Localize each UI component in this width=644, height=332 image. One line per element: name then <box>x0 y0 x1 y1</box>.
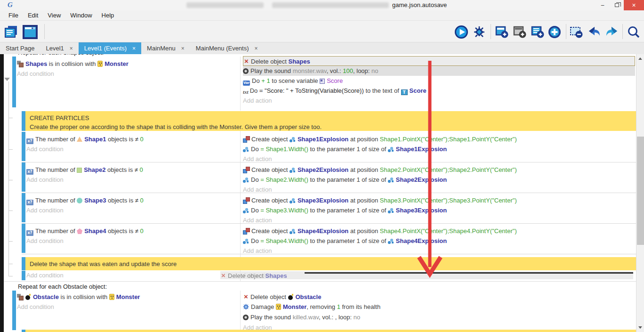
comment-partial-bottom[interactable] <box>22 330 636 332</box>
particle-icon <box>290 229 296 234</box>
text-run: Shapes <box>289 58 310 65</box>
event-selection-bar <box>22 271 25 280</box>
add-condition-link[interactable]: Add condition <box>17 69 238 79</box>
menu-edit[interactable]: Edit <box>23 12 43 19</box>
action-row[interactable]: Do = Shape4.Width() to the parameter 1 o… <box>243 236 635 246</box>
text-run: = "Score: " + ToString(Variable(Score)) <box>259 87 364 94</box>
add-subevent-button[interactable] <box>512 24 527 40</box>
tab-mainmenu-events[interactable]: MainMenu (Events)× <box>190 42 264 54</box>
scene-editor-button[interactable] <box>23 24 38 40</box>
column-divider <box>240 291 241 330</box>
text-run: Shape2.PointX("Center");Shape2.PointY("C… <box>380 166 517 173</box>
collapse-arrow-icon[interactable] <box>4 78 10 81</box>
add-condition-link[interactable]: Add condition <box>17 302 238 312</box>
comment-delete-shape[interactable]: Delete the shape that was eaten and upda… <box>22 257 636 270</box>
text-run: , vol.: <box>319 314 335 321</box>
add-other-button[interactable] <box>547 24 562 40</box>
action-row[interactable]: Delete object Obstacle <box>243 292 635 302</box>
close-icon[interactable]: × <box>70 45 73 52</box>
text-run: 0 <box>140 136 144 143</box>
shape3-icon <box>77 198 82 203</box>
add-comment-button[interactable] <box>530 24 545 40</box>
add-condition-link[interactable]: Add condition <box>26 236 238 246</box>
action-row[interactable]: Play the sound monster.wav, vol.: 100, l… <box>243 66 635 76</box>
debug-button[interactable] <box>472 24 487 40</box>
undo-button[interactable] <box>587 24 602 40</box>
tab-mainmenu[interactable]: MainMenu× <box>141 42 190 54</box>
tab-start-page[interactable]: Start Page <box>0 42 40 54</box>
text-run: Delete object <box>251 58 289 65</box>
count-icon <box>26 230 33 236</box>
condition-row[interactable]: Obstacle is in collision with Monster <box>17 292 238 302</box>
scrollbar-thumb[interactable] <box>637 137 644 245</box>
action-row[interactable]: Do = Shape1.Width() to the parameter 1 o… <box>243 144 635 154</box>
close-button[interactable]: × <box>624 0 644 10</box>
scroll-down-icon[interactable] <box>638 326 642 329</box>
vertical-scrollbar[interactable] <box>636 54 644 332</box>
action-row[interactable]: Do = "Score: " + ToString(Variable(Score… <box>243 86 635 96</box>
text-run: Shape3.PointX("Center");Shape3.PointY("C… <box>380 197 517 204</box>
condition-row[interactable]: The number of Shape2 objects is ≠ 0 <box>26 165 238 175</box>
action-row[interactable]: Create object Shape3Explosion at positio… <box>243 195 635 205</box>
action-row[interactable]: Damage Monster, removing 1 from its heal… <box>243 302 635 312</box>
menu-file[interactable]: File <box>4 12 23 19</box>
minimize-button[interactable]: – <box>596 0 610 10</box>
menu-window[interactable]: Window <box>65 12 97 19</box>
comment-title: CREATE PARTICLES <box>30 113 636 122</box>
condition-row[interactable]: The number of Shape1 objects is ≠ 0 <box>26 134 238 144</box>
scroll-up-icon[interactable] <box>638 57 642 60</box>
text-run: = Shape3.Width() <box>260 207 308 214</box>
close-icon[interactable]: × <box>181 45 185 52</box>
add-condition-link[interactable]: Add condition <box>26 205 238 215</box>
comment-create-particles[interactable]: CREATE PARTICLES Create the proper one a… <box>22 111 636 131</box>
close-icon[interactable]: × <box>255 45 258 52</box>
drop-indicator <box>305 272 633 274</box>
restore-button[interactable] <box>610 0 624 10</box>
action-row[interactable]: Create object Shape1Explosion at positio… <box>243 134 635 144</box>
particle-icon <box>388 147 394 152</box>
comment-text: Delete the shape that was eaten and upda… <box>30 259 636 268</box>
subevent1-actions: Create object Shape1Explosion at positio… <box>243 134 635 164</box>
close-icon[interactable]: × <box>132 45 136 52</box>
event-repeat-header-clipped[interactable]: Repeat for each Shapes object: <box>18 54 206 57</box>
search-button[interactable] <box>626 24 641 40</box>
action-row[interactable]: Create object Shape2Explosion at positio… <box>243 165 635 175</box>
particle-icon <box>290 168 296 173</box>
action-row[interactable]: Play the sound killed.wav, vol.: , loop:… <box>243 312 635 323</box>
text-run: The number of <box>35 197 77 204</box>
redo-button[interactable] <box>604 24 620 40</box>
condition-row[interactable]: The number of Shape3 objects is ≠ 0 <box>26 195 238 205</box>
column-divider <box>240 57 241 111</box>
add-action-link[interactable]: Add action <box>243 96 635 105</box>
bomb-icon <box>25 294 31 300</box>
event1-actions: Delete object Shapes Play the sound mons… <box>243 56 635 105</box>
menu-help[interactable]: Help <box>97 12 119 19</box>
add-event-button[interactable] <box>494 24 509 40</box>
condition-row[interactable]: Shapes is in collision with Monster <box>17 59 238 69</box>
action-row[interactable]: Do = Shape2.Width() to the parameter 1 o… <box>243 175 635 185</box>
text-run: The number of <box>35 136 77 143</box>
menu-view[interactable]: View <box>43 12 65 19</box>
particle-icon <box>243 178 249 183</box>
add-condition-link[interactable]: Add condition <box>26 270 64 280</box>
project-manager-button[interactable] <box>4 24 19 40</box>
window-controls: – × <box>596 0 644 10</box>
add-condition-link[interactable]: Add condition <box>26 144 238 154</box>
action-row[interactable]: Create object Shape4Explosion at positio… <box>243 226 635 236</box>
delete-event-button[interactable] <box>569 24 584 40</box>
text-run: to the text of <box>364 87 401 94</box>
text-run: Add condition <box>26 146 64 153</box>
event-repeat-header[interactable]: Repeat for each Obstacle object: <box>18 283 107 291</box>
condition-row[interactable]: The number of Shape4 objects is ≠ 0 <box>26 226 238 236</box>
text-run: monster.wav <box>293 67 327 74</box>
tab-level1-events[interactable]: Level1 (Events)× <box>79 42 141 54</box>
action-row-selected[interactable]: Delete object Shapes <box>243 56 635 66</box>
add-condition-link[interactable]: Add condition <box>26 175 238 185</box>
window-title: game.json.autosave <box>392 1 447 8</box>
action-row[interactable]: Do + 1 to scene variable Score <box>243 76 635 86</box>
gdevelop-logo-icon: G <box>8 1 13 9</box>
events-editor: Repeat for each Shapes object: Shapes is… <box>0 54 644 332</box>
action-row[interactable]: Do = Shape3.Width() to the parameter 1 o… <box>243 205 635 215</box>
tab-level1[interactable]: Level1× <box>40 42 78 54</box>
play-button[interactable] <box>454 24 469 40</box>
